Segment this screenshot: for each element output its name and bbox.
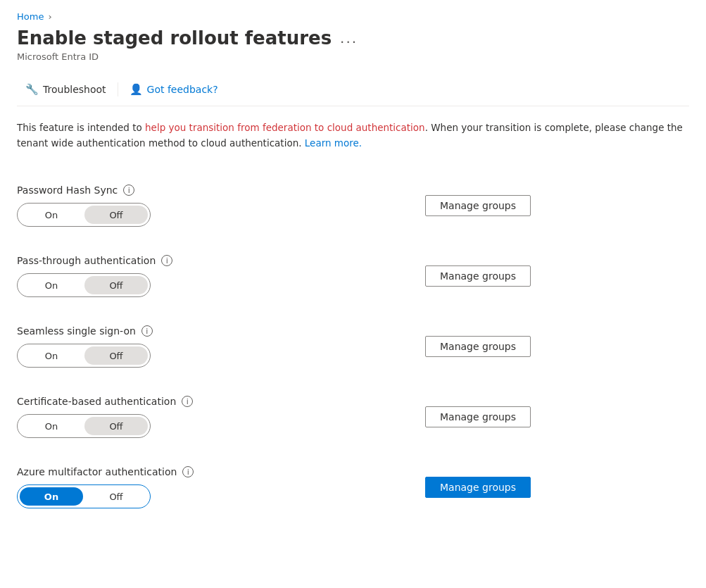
page-title-row: Enable staged rollout features ...	[17, 27, 689, 49]
page-subtitle: Microsoft Entra ID	[17, 51, 689, 62]
page-title: Enable staged rollout features	[17, 27, 332, 49]
info-text-before: This feature is intended to	[17, 122, 145, 133]
toggle-password-hash-sync[interactable]: OnOff	[17, 203, 151, 227]
wrench-icon: 🔧	[25, 83, 39, 96]
toggle-off-azure-mfa: Off	[84, 492, 149, 501]
manage-groups-button-cert-based-auth[interactable]: Manage groups	[425, 406, 531, 427]
feature-label-seamless-sso: Seamless single sign-on	[17, 325, 136, 337]
toggle-azure-mfa[interactable]: OnOff	[17, 484, 151, 508]
info-icon-seamless-sso[interactable]: i	[141, 325, 153, 337]
feature-row-passthrough-auth: Pass-through authenticationiOnOffManage …	[17, 241, 689, 311]
toggle-off-cert-based-auth: Off	[84, 422, 149, 431]
feature-left-passthrough-auth: Pass-through authenticationiOnOff	[17, 255, 284, 297]
troubleshoot-label: Troubleshoot	[43, 84, 106, 95]
feature-label-row-cert-based-auth: Certificate-based authenticationi	[17, 396, 284, 407]
manage-groups-button-passthrough-auth[interactable]: Manage groups	[425, 265, 531, 287]
feedback-label: Got feedback?	[147, 84, 218, 95]
breadcrumb-separator: ›	[48, 11, 51, 22]
info-highlight: help you transition from federation to c…	[145, 122, 425, 133]
toggle-seamless-sso[interactable]: OnOff	[17, 344, 151, 368]
features-section: Password Hash SynciOnOffManage groupsPas…	[17, 170, 689, 523]
info-banner: This feature is intended to help you tra…	[17, 120, 689, 151]
breadcrumb-home[interactable]: Home	[17, 11, 44, 22]
toggle-off-seamless-sso: Off	[84, 351, 149, 361]
feature-row-password-hash-sync: Password Hash SynciOnOffManage groups	[17, 170, 689, 241]
feature-label-row-azure-mfa: Azure multifactor authenticationi	[17, 466, 284, 477]
feature-label-password-hash-sync: Password Hash Sync	[17, 184, 118, 196]
page-container: Home › Enable staged rollout features ..…	[0, 0, 706, 534]
manage-groups-button-azure-mfa[interactable]: Manage groups	[425, 477, 531, 498]
toggle-cert-based-auth[interactable]: OnOff	[17, 414, 151, 438]
feature-row-azure-mfa: Azure multifactor authenticationiOnOffMa…	[17, 452, 689, 523]
feedback-icon: 👤	[130, 83, 143, 96]
toggle-container-passthrough-auth: OnOff	[17, 273, 284, 297]
toolbar-divider	[118, 82, 118, 96]
breadcrumb: Home ›	[17, 11, 689, 22]
feature-label-passthrough-auth: Pass-through authentication	[17, 255, 156, 266]
feature-left-seamless-sso: Seamless single sign-oniOnOff	[17, 325, 284, 368]
feature-label-azure-mfa: Azure multifactor authentication	[17, 466, 177, 477]
feature-right-azure-mfa: Manage groups	[284, 477, 689, 498]
toggle-on-password-hash-sync: On	[19, 211, 84, 220]
info-icon-passthrough-auth[interactable]: i	[161, 255, 172, 266]
info-icon-password-hash-sync[interactable]: i	[123, 184, 134, 196]
feature-right-cert-based-auth: Manage groups	[284, 406, 689, 427]
toggle-container-seamless-sso: OnOff	[17, 344, 284, 368]
toggle-on-azure-mfa: On	[19, 492, 84, 501]
more-options-button[interactable]: ...	[340, 30, 358, 46]
toolbar: 🔧 Troubleshoot 👤 Got feedback?	[17, 73, 689, 106]
feature-right-passthrough-auth: Manage groups	[284, 265, 689, 287]
troubleshoot-button[interactable]: 🔧 Troubleshoot	[17, 79, 115, 100]
feature-label-cert-based-auth: Certificate-based authentication	[17, 396, 176, 407]
manage-groups-button-seamless-sso[interactable]: Manage groups	[425, 336, 531, 357]
toggle-container-cert-based-auth: OnOff	[17, 414, 284, 438]
toggle-off-password-hash-sync: Off	[84, 211, 149, 220]
feature-row-seamless-sso: Seamless single sign-oniOnOffManage grou…	[17, 311, 689, 382]
learn-more-link[interactable]: Learn more.	[305, 137, 362, 149]
feature-left-azure-mfa: Azure multifactor authenticationiOnOff	[17, 466, 284, 508]
feature-left-cert-based-auth: Certificate-based authenticationiOnOff	[17, 396, 284, 438]
feature-right-password-hash-sync: Manage groups	[284, 195, 689, 216]
toggle-on-seamless-sso: On	[19, 351, 84, 361]
info-icon-azure-mfa[interactable]: i	[182, 466, 194, 477]
feedback-button[interactable]: 👤 Got feedback?	[121, 79, 227, 100]
toggle-on-passthrough-auth: On	[19, 281, 84, 290]
feature-row-cert-based-auth: Certificate-based authenticationiOnOffMa…	[17, 382, 689, 452]
toggle-on-cert-based-auth: On	[19, 422, 84, 431]
feature-left-password-hash-sync: Password Hash SynciOnOff	[17, 184, 284, 227]
feature-label-row-seamless-sso: Seamless single sign-oni	[17, 325, 284, 337]
info-icon-cert-based-auth[interactable]: i	[182, 396, 193, 407]
feature-right-seamless-sso: Manage groups	[284, 336, 689, 357]
feature-label-row-passthrough-auth: Pass-through authenticationi	[17, 255, 284, 266]
toggle-passthrough-auth[interactable]: OnOff	[17, 273, 151, 297]
manage-groups-button-password-hash-sync[interactable]: Manage groups	[425, 195, 531, 216]
feature-label-row-password-hash-sync: Password Hash Synci	[17, 184, 284, 196]
toggle-off-passthrough-auth: Off	[84, 281, 149, 290]
toggle-container-password-hash-sync: OnOff	[17, 203, 284, 227]
toggle-container-azure-mfa: OnOff	[17, 484, 284, 508]
